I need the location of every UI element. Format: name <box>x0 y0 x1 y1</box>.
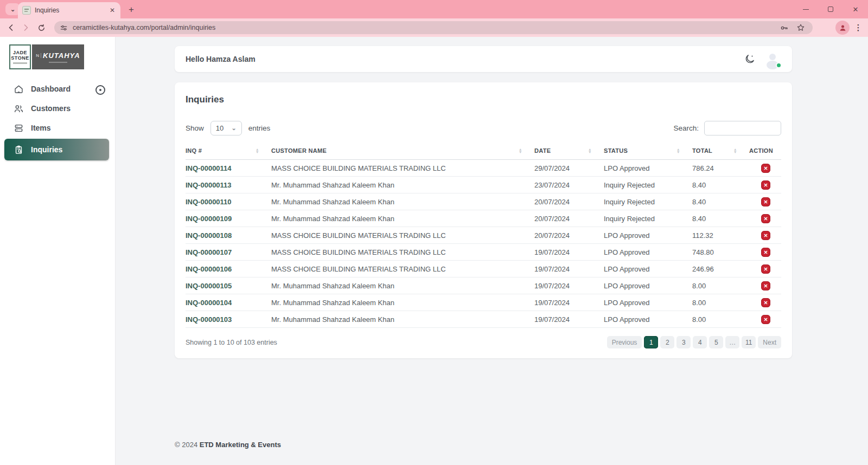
close-icon: ✕ <box>764 283 768 289</box>
sidebar-item-inquiries[interactable]: Inquiries <box>4 139 109 160</box>
dark-mode-toggle[interactable] <box>744 54 755 65</box>
pagination-page-button[interactable]: 4 <box>693 336 707 348</box>
forward-button[interactable] <box>18 20 34 35</box>
close-icon: ✕ <box>764 216 768 222</box>
close-icon: ✕ <box>764 266 768 272</box>
items-stack-icon <box>14 123 24 133</box>
status-cell: LPO Approved <box>604 160 692 177</box>
pagination-previous-button[interactable]: Previous <box>607 336 642 348</box>
date-cell: 19/07/2024 <box>534 244 604 261</box>
inquiry-link[interactable]: INQ-00000103 <box>186 315 232 324</box>
status-cell: LPO Approved <box>604 277 692 294</box>
pagination-page-button[interactable]: 3 <box>676 336 691 348</box>
copyright-year: © 2024 <box>175 441 197 449</box>
inquiry-link[interactable]: INQ-00000113 <box>186 181 232 189</box>
date-cell: 19/07/2024 <box>534 277 604 294</box>
date-cell: 20/07/2024 <box>534 193 604 210</box>
inquiry-link[interactable]: INQ-00000110 <box>186 198 232 206</box>
inquiry-link[interactable]: INQ-00000104 <box>186 299 232 307</box>
page-length-select[interactable]: 10 ⌄ <box>210 121 242 135</box>
delete-button[interactable]: ✕ <box>761 214 770 223</box>
pagination-page-button[interactable]: 11 <box>742 336 756 348</box>
copyright-footer: © 2024 ETD Marketing & Events <box>175 441 281 449</box>
close-icon: ✕ <box>764 300 768 306</box>
browser-toolbar: ceramictiles-kutahya.com/portal/admin/in… <box>0 18 868 37</box>
sort-icon: ▲▼ <box>588 148 592 154</box>
inquiry-link[interactable]: INQ-00000105 <box>186 282 232 290</box>
delete-button[interactable]: ✕ <box>761 298 770 307</box>
inquiries-table: INQ #▲▼ CUSTOMER NAME▲▼ DATE▲▼ STATUS▲▼ … <box>186 143 781 328</box>
logo-text: JADE <box>13 50 27 55</box>
inquiry-link[interactable]: INQ-00000107 <box>186 248 232 256</box>
customer-cell: Mr. Muhammad Shahzad Kaleem Khan <box>271 177 534 193</box>
total-cell: 786.24 <box>692 160 749 177</box>
back-button[interactable] <box>3 20 18 35</box>
total-cell: 246.96 <box>692 261 749 277</box>
tab-close-icon[interactable]: ✕ <box>108 7 116 14</box>
delete-button[interactable]: ✕ <box>761 180 770 190</box>
date-cell: 23/07/2024 <box>534 177 604 193</box>
password-key-icon[interactable] <box>780 23 789 33</box>
new-tab-button[interactable]: + <box>125 4 138 17</box>
customer-cell: MASS CHOICE BUILDING MATERIALS TRADING L… <box>271 160 534 177</box>
sidebar-item-customers[interactable]: Customers <box>0 99 115 118</box>
status-cell: Inquiry Rejected <box>604 210 692 227</box>
sidebar-toggle-icon[interactable] <box>95 85 105 95</box>
search-input[interactable] <box>704 121 781 135</box>
browser-profile-button[interactable] <box>835 21 850 35</box>
column-header-date[interactable]: DATE▲▼ <box>534 143 604 160</box>
logo-text: STONE <box>11 55 29 61</box>
page-title: Inquiries <box>186 94 781 105</box>
main-content: Hello Hamza Aslam Inquiries Show 10 ⌄ <box>116 37 868 465</box>
close-icon: ✕ <box>764 165 768 171</box>
delete-button[interactable]: ✕ <box>761 281 770 290</box>
url-bar[interactable]: ceramictiles-kutahya.com/portal/admin/in… <box>54 21 813 34</box>
customer-cell: MASS CHOICE BUILDING MATERIALS TRADING L… <box>271 261 534 277</box>
site-favicon <box>22 6 31 15</box>
sidebar-item-label: Inquiries <box>31 145 62 154</box>
browser-tab-strip: ⌄ Inquiries ✕ + ✕ <box>0 0 868 18</box>
sidebar-item-items[interactable]: Items <box>0 118 115 138</box>
customer-cell: Mr. Muhammad Shahzad Kaleem Khan <box>271 210 534 227</box>
inquiry-link[interactable]: INQ-00000114 <box>186 164 232 172</box>
home-icon <box>14 84 24 94</box>
brand-logo[interactable]: JADE STONE N KUTAHYA <box>9 44 108 69</box>
status-cell: LPO Approved <box>604 294 692 311</box>
browser-tab[interactable]: Inquiries ✕ <box>18 2 120 18</box>
column-header-customer[interactable]: CUSTOMER NAME▲▼ <box>271 143 534 160</box>
browser-menu-icon[interactable]: ⋮ <box>853 21 864 35</box>
window-maximize-button[interactable] <box>818 0 843 18</box>
delete-button[interactable]: ✕ <box>761 248 770 257</box>
inquiry-link[interactable]: INQ-00000106 <box>186 265 232 273</box>
window-minimize-button[interactable] <box>793 0 818 18</box>
reload-button[interactable] <box>34 20 49 35</box>
delete-button[interactable]: ✕ <box>761 197 770 206</box>
customer-cell: Mr. Muhammad Shahzad Kaleem Khan <box>271 311 534 328</box>
delete-button[interactable]: ✕ <box>761 231 770 240</box>
column-header-action: ACTION <box>749 143 781 160</box>
pagination-page-button[interactable]: 1 <box>644 336 658 348</box>
table-row: INQ-00000114 MASS CHOICE BUILDING MATERI… <box>186 160 781 177</box>
pagination-page-button[interactable]: 5 <box>709 336 723 348</box>
delete-button[interactable]: ✕ <box>761 315 770 324</box>
column-header-total[interactable]: TOTAL▲▼ <box>692 143 749 160</box>
pagination-page-button[interactable]: 2 <box>660 336 674 348</box>
inquiry-link[interactable]: INQ-00000108 <box>186 231 232 240</box>
window-close-button[interactable]: ✕ <box>843 0 868 18</box>
delete-button[interactable]: ✕ <box>761 264 770 274</box>
page-length-value: 10 <box>216 124 232 132</box>
inquiry-link[interactable]: INQ-00000109 <box>186 215 232 223</box>
entries-label: entries <box>248 124 271 132</box>
pagination-next-button[interactable]: Next <box>758 336 781 348</box>
url-text: ceramictiles-kutahya.com/portal/admin/in… <box>73 24 780 31</box>
customer-cell: Mr. Muhammad Shahzad Kaleem Khan <box>271 294 534 311</box>
total-cell: 8.40 <box>692 193 749 210</box>
column-header-status[interactable]: STATUS▲▼ <box>604 143 692 160</box>
search-label: Search: <box>673 124 699 132</box>
column-header-inq[interactable]: INQ #▲▼ <box>186 143 271 160</box>
total-cell: 8.40 <box>692 177 749 193</box>
bookmark-star-icon[interactable] <box>796 23 805 32</box>
table-row: INQ-00000104 Mr. Muhammad Shahzad Kaleem… <box>186 294 781 311</box>
user-avatar[interactable] <box>764 50 781 68</box>
delete-button[interactable]: ✕ <box>761 164 770 173</box>
